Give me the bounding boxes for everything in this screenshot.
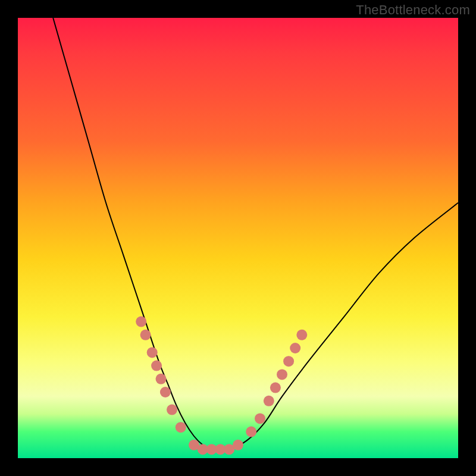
chart-frame: TheBottleneck.com bbox=[0, 0, 476, 476]
data-marker bbox=[136, 317, 146, 327]
data-marker bbox=[255, 413, 265, 424]
data-marker bbox=[277, 369, 287, 380]
data-marker bbox=[264, 396, 274, 406]
data-marker bbox=[140, 330, 151, 340]
data-marker bbox=[290, 343, 300, 353]
data-marker bbox=[296, 330, 307, 340]
data-marker bbox=[270, 383, 281, 393]
bottleneck-curve bbox=[53, 18, 458, 450]
chart-overlay bbox=[18, 18, 458, 458]
data-marker bbox=[151, 361, 162, 371]
data-marker bbox=[156, 374, 167, 384]
data-marker bbox=[283, 356, 294, 367]
data-marker bbox=[167, 405, 177, 415]
data-marker bbox=[246, 427, 256, 437]
data-markers bbox=[136, 317, 307, 455]
watermark-text: TheBottleneck.com bbox=[356, 2, 470, 18]
data-marker bbox=[147, 347, 158, 358]
data-marker bbox=[176, 422, 186, 433]
data-marker bbox=[233, 440, 243, 450]
data-marker bbox=[160, 387, 171, 397]
chart-plot-area bbox=[18, 18, 458, 458]
